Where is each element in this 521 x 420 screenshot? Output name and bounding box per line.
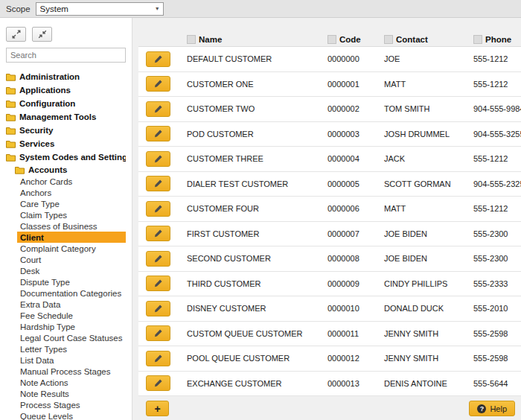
sidebar-item-manual-process-stages[interactable]: Manual Process Stages <box>17 366 126 377</box>
edit-button[interactable] <box>146 51 170 67</box>
edit-button[interactable] <box>146 76 170 92</box>
cell-name: THIRD CUSTOMER <box>179 279 317 288</box>
nav-tree: Administration Applications Configuratio… <box>6 70 126 420</box>
sidebar-item-complaint-category[interactable]: Complaint Category <box>17 243 126 254</box>
cell-contact: JOE BIDEN <box>373 254 462 263</box>
table-row: SECOND CUSTOMER 0000008 JOE BIDEN 555-23… <box>138 246 521 272</box>
search-input[interactable] <box>6 48 126 63</box>
edit-cell <box>138 276 179 291</box>
sidebar-item-fee-schedule[interactable]: Fee Schedule <box>17 310 126 321</box>
sidebar-item-desk[interactable]: Desk <box>17 265 126 276</box>
column-header-name: Name <box>179 35 317 44</box>
column-checkbox[interactable] <box>473 35 482 44</box>
sidebar-item-accounts[interactable]: Accounts <box>15 164 126 176</box>
folder-icon <box>15 166 25 174</box>
edit-button[interactable] <box>146 276 170 291</box>
cell-phone: 555-1212 <box>462 80 521 89</box>
sidebar-item-administration[interactable]: Administration <box>6 70 126 83</box>
pencil-icon <box>153 129 163 139</box>
sidebar-item-process-stages[interactable]: Process Stages <box>17 399 126 410</box>
edit-button[interactable] <box>146 101 170 117</box>
sidebar-item-note-results[interactable]: Note Results <box>17 388 126 399</box>
sidebar-item-care-type[interactable]: Care Type <box>17 198 126 209</box>
sidebar-item-configuration[interactable]: Configuration <box>6 97 126 110</box>
column-label: Name <box>199 35 222 44</box>
edit-button[interactable] <box>146 201 170 217</box>
sidebar-item-client[interactable]: Client <box>17 232 126 243</box>
sidebar-item-list-data[interactable]: List Data <box>17 354 126 366</box>
sidebar-item-label: Classes of Business <box>20 222 98 231</box>
sidebar-item-claim-types[interactable]: Claim Types <box>17 209 126 220</box>
edit-button[interactable] <box>146 325 170 341</box>
help-label: Help <box>490 404 507 413</box>
edit-button[interactable] <box>146 351 170 366</box>
cell-contact: CINDY PHILLIPS <box>373 279 462 288</box>
cell-phone: 555-1212 <box>462 204 521 213</box>
column-checkbox[interactable] <box>327 35 336 44</box>
edit-cell <box>138 351 179 366</box>
edit-button[interactable] <box>146 176 170 191</box>
scope-select[interactable]: System ▼ <box>36 2 164 16</box>
cell-contact: JENNY SMITH <box>373 354 462 363</box>
sidebar-item-extra-data[interactable]: Extra Data <box>17 299 126 310</box>
edit-button[interactable] <box>146 126 170 141</box>
sidebar-item-management-tools[interactable]: Management Tools <box>6 110 126 124</box>
sidebar-item-court[interactable]: Court <box>17 254 126 265</box>
sidebar-item-letter-types[interactable]: Letter Types <box>17 343 126 354</box>
edit-cell <box>138 325 179 341</box>
sidebar-item-label: Process Stages <box>20 401 80 410</box>
column-checkbox[interactable] <box>384 35 393 44</box>
table-row: POD CUSTOMER 0000003 JOSH DRUMMEL 904-55… <box>138 122 521 147</box>
add-button[interactable]: + <box>146 401 169 416</box>
cell-phone: 904-555-2325 <box>462 179 521 188</box>
edit-button[interactable] <box>146 151 170 167</box>
sidebar-item-label: Management Tools <box>19 112 96 121</box>
sidebar-item-note-actions[interactable]: Note Actions <box>17 377 126 388</box>
cell-name: DISNEY CUSTOMER <box>179 304 317 313</box>
sidebar-item-label: Care Type <box>20 200 60 209</box>
pencil-icon <box>153 54 163 64</box>
folder-icon <box>6 73 16 81</box>
sidebar-item-security[interactable]: Security <box>6 124 126 137</box>
column-header-phone: Phone <box>462 35 521 44</box>
sidebar-item-documentation-categories[interactable]: Documentation Categories <box>17 287 126 299</box>
sidebar-item-legal-court-case-statuses[interactable]: Legal Court Case Statuses <box>17 332 126 343</box>
cell-contact: MATT <box>373 204 462 213</box>
cell-phone: 555-1212 <box>462 154 521 163</box>
cell-phone: 555-2300 <box>462 254 521 263</box>
cell-phone: 904-555-9984 <box>462 104 521 113</box>
sidebar-item-hardship-type[interactable]: Hardship Type <box>17 321 126 332</box>
collapse-arrows-icon <box>38 30 47 39</box>
sidebar-item-label: Hardship Type <box>20 322 75 331</box>
table-row: DEFAULT CUSTOMER 0000000 JOE 555-1212 <box>138 47 521 72</box>
edit-button[interactable] <box>146 226 170 241</box>
content-area: Administration Applications Configuratio… <box>0 18 521 420</box>
sidebar-item-dispute-type[interactable]: Dispute Type <box>17 276 126 287</box>
cell-name: EXCHANGE CUSTOMER <box>179 379 317 388</box>
column-checkbox[interactable] <box>187 35 196 44</box>
column-header-contact: Contact <box>373 35 462 44</box>
cell-code: 0000013 <box>317 379 373 388</box>
sidebar-item-label: Extra Data <box>20 300 60 309</box>
edit-cell <box>138 226 179 241</box>
edit-cell <box>138 151 179 167</box>
sidebar-item-applications[interactable]: Applications <box>6 83 126 97</box>
column-label: Phone <box>485 35 511 44</box>
sidebar-item-anchors[interactable]: Anchors <box>17 187 126 198</box>
collapse-all-button[interactable] <box>32 27 52 42</box>
sidebar-item-classes-of-business[interactable]: Classes of Business <box>17 220 126 232</box>
cell-code: 0000004 <box>317 154 373 163</box>
help-icon: ? <box>477 404 486 413</box>
edit-button[interactable] <box>146 251 170 267</box>
table-footer: + ? Help <box>138 396 521 416</box>
sidebar-item-services[interactable]: Services <box>6 137 126 150</box>
sidebar-item-queue-levels[interactable]: Queue Levels <box>17 410 126 420</box>
edit-button[interactable] <box>146 375 170 391</box>
help-button[interactable]: ? Help <box>469 401 515 416</box>
sidebar-item-anchor-cards[interactable]: Anchor Cards <box>17 176 126 187</box>
sidebar-item-system-codes-and-settings[interactable]: System Codes and Settings <box>6 150 126 164</box>
cell-name: FIRST CUSTOMER <box>179 229 317 238</box>
expand-all-button[interactable] <box>6 27 26 42</box>
sidebar-item-label: Anchor Cards <box>20 177 72 186</box>
edit-button[interactable] <box>146 301 170 316</box>
